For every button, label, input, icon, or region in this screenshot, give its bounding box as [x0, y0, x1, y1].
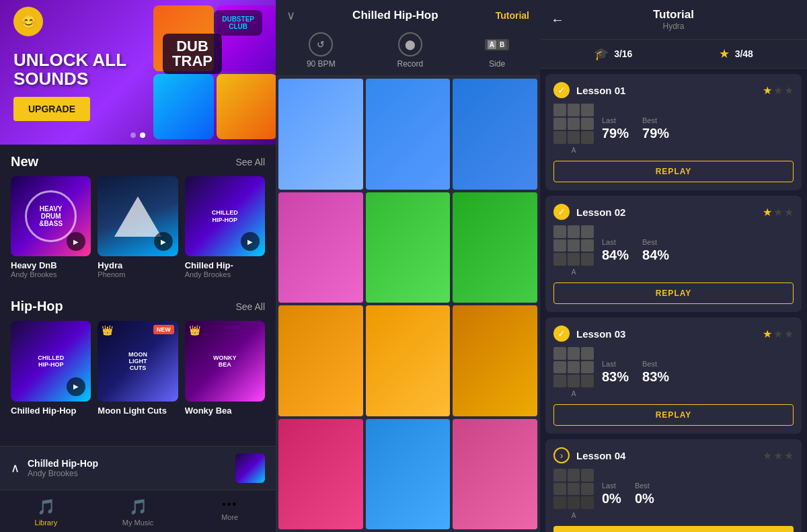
record-label: Record — [397, 59, 424, 69]
pad-4[interactable] — [278, 192, 363, 303]
star-icon: ★ — [719, 46, 730, 61]
new-section-title: New — [11, 154, 38, 169]
nav-library-label: Library — [35, 519, 58, 527]
middle-header-title: Chilled Hip-Hop — [352, 9, 438, 22]
nav-more-label: More — [221, 513, 238, 521]
graduation-icon: 🎓 — [594, 46, 609, 61]
record-control[interactable]: ⬤ Record — [397, 32, 424, 69]
lesson-02-star-3: ★ — [784, 206, 794, 219]
pad-11[interactable] — [366, 419, 451, 530]
side-label: Side — [489, 59, 505, 69]
hiphop-card-wonky[interactable]: WONKYBEA 👑 Wonky Bea — [185, 321, 265, 415]
side-icon: A B — [485, 32, 509, 56]
hiphop-card-moonlight[interactable]: MOONLIGHTCUTS 👑 NEW Moon Light Cuts — [98, 321, 178, 415]
lessons-list: ✓ Lesson 01 ★ ★ ★ — [540, 69, 807, 532]
lesson-02-star-2: ★ — [773, 206, 783, 219]
lesson-02-replay-button[interactable]: REPLAY — [553, 282, 794, 304]
mymusic-icon: 🎵 — [129, 498, 147, 516]
hiphop-see-all[interactable]: See All — [235, 301, 265, 312]
play-chilled-hiphop[interactable]: ▶ — [67, 377, 85, 396]
lesson-03-stars: ★ ★ ★ — [763, 328, 794, 340]
controls-row: ↺ 90 BPM ⬤ Record A B Side — [276, 28, 540, 76]
pad-2[interactable] — [366, 79, 451, 190]
hiphop-section-title: Hip-Hop — [11, 299, 63, 314]
pad-3[interactable] — [453, 79, 537, 190]
pad-8[interactable] — [366, 305, 451, 416]
collapse-button[interactable]: ∧ — [11, 461, 20, 476]
player-title: Chilled Hip-Hop — [28, 458, 227, 469]
chilled-artist: Andy Brookes — [185, 270, 265, 278]
lesson-01-best-label: Best — [642, 116, 669, 124]
hiphop-music-grid: CHILLEDHIP-HOP ▶ Chilled Hip-Hop MOONLIG… — [11, 321, 265, 415]
lesson-02-last-label: Last — [602, 238, 629, 246]
nav-mymusic[interactable]: 🎵 My Music — [92, 496, 184, 529]
lesson-02-stars: ★ ★ ★ — [763, 206, 794, 219]
lesson-02-best-val: 84% — [642, 248, 669, 263]
play-hydra[interactable]: ▶ — [154, 232, 173, 251]
hiphop-card-chilled[interactable]: CHILLEDHIP-HOP ▶ Chilled Hip-Hop — [11, 321, 91, 415]
pad-5[interactable] — [366, 192, 451, 303]
music-card-heavy-dnb[interactable]: HEAVYDRUM&BASS ▶ Heavy DnB Andy Brookes — [11, 176, 91, 278]
chevron-down-icon[interactable]: ∨ — [286, 8, 295, 23]
pad-7[interactable] — [278, 305, 363, 416]
record-icon: ⬤ — [398, 32, 422, 56]
dot-2[interactable] — [140, 132, 145, 138]
lesson-04-name: Lesson 04 — [576, 450, 756, 461]
left-panel: UNLOCK ALL SOUNDS UPGRADE DUBSTEPCLUB DU… — [0, 0, 276, 532]
lesson-card-02: ✓ Lesson 02 ★ ★ ★ — [545, 196, 802, 312]
lesson-02-best-label: Best — [642, 238, 669, 246]
right-panel: ← Tutorial Hydra 🎓 3/16 ★ 3/48 ✓ Lesson … — [540, 0, 807, 532]
lesson-04-last-val: 0% — [602, 491, 621, 506]
pad-12[interactable] — [453, 419, 537, 530]
lesson-01-last-val: 79% — [602, 126, 629, 141]
tutorial-main-title: Tutorial — [653, 8, 694, 22]
crown-icon: 👑 — [102, 325, 113, 336]
pad-9[interactable] — [453, 305, 537, 416]
lesson-02-pads — [553, 225, 594, 266]
nav-library[interactable]: 🎵 Library — [0, 496, 92, 529]
pad-1[interactable] — [278, 79, 363, 190]
lesson-01-replay-button[interactable]: REPLAY — [553, 161, 794, 182]
lesson-03-best-label: Best — [642, 360, 669, 368]
lesson-04-best-label: Best — [635, 482, 654, 490]
music-card-hydra[interactable]: ▶ Hydra Phenom — [98, 176, 178, 278]
player-artist: Andy Brookes — [28, 469, 227, 478]
back-button[interactable]: ← — [551, 12, 564, 28]
middle-panel: ∨ Chilled Hip-Hop Tutorial ↺ 90 BPM ⬤ Re… — [276, 0, 540, 532]
tutorial-link[interactable]: Tutorial — [496, 10, 529, 21]
lesson-04-star-3: ★ — [784, 449, 794, 462]
lesson-01-check: ✓ — [553, 82, 570, 98]
wonky-name: Wonky Bea — [185, 406, 265, 416]
nav-more[interactable]: ••• More — [184, 496, 276, 529]
lesson-04-star-1: ★ — [763, 449, 772, 462]
lesson-03-pads — [553, 347, 594, 387]
hydra-name: Hydra — [98, 260, 178, 270]
upgrade-button[interactable]: UPGRADE — [13, 97, 90, 121]
heavy-dnb-name: Heavy DnB — [11, 260, 91, 270]
lessons-count: 3/16 — [614, 48, 632, 59]
lesson-03-pad-label: A — [553, 390, 594, 397]
chilled-name: Chilled Hip- — [185, 260, 265, 270]
tutorial-stats: 🎓 3/16 ★ 3/48 — [540, 40, 807, 69]
lesson-03-replay-button[interactable]: REPLAY — [553, 404, 794, 426]
lesson-03-star-2: ★ — [773, 328, 783, 340]
wonky-crown-icon: 👑 — [189, 325, 200, 336]
pad-10[interactable] — [278, 419, 363, 530]
side-control[interactable]: A B Side — [485, 32, 509, 69]
player-info: Chilled Hip-Hop Andy Brookes — [28, 458, 227, 478]
hiphop-section-header: Hip-Hop See All — [11, 289, 265, 321]
pads-container — [276, 76, 540, 532]
bpm-control[interactable]: ↺ 90 BPM — [307, 32, 336, 69]
lesson-01-name: Lesson 01 — [576, 85, 756, 96]
lesson-02-name: Lesson 02 — [576, 206, 756, 218]
library-icon: 🎵 — [37, 498, 55, 516]
new-see-all[interactable]: See All — [235, 157, 265, 167]
lesson-04-play-button[interactable]: PLAY — [553, 526, 794, 532]
lesson-04-check: › — [553, 447, 570, 463]
dot-1[interactable] — [130, 132, 136, 138]
music-card-chilled[interactable]: CHILLEDHIP-HOP ▶ Chilled Hip- Andy Brook… — [185, 176, 265, 278]
lesson-card-01: ✓ Lesson 01 ★ ★ ★ — [545, 74, 802, 190]
pad-6[interactable] — [453, 192, 537, 303]
lesson-03-star-1: ★ — [763, 328, 772, 340]
middle-header: ∨ Chilled Hip-Hop Tutorial — [276, 0, 540, 28]
